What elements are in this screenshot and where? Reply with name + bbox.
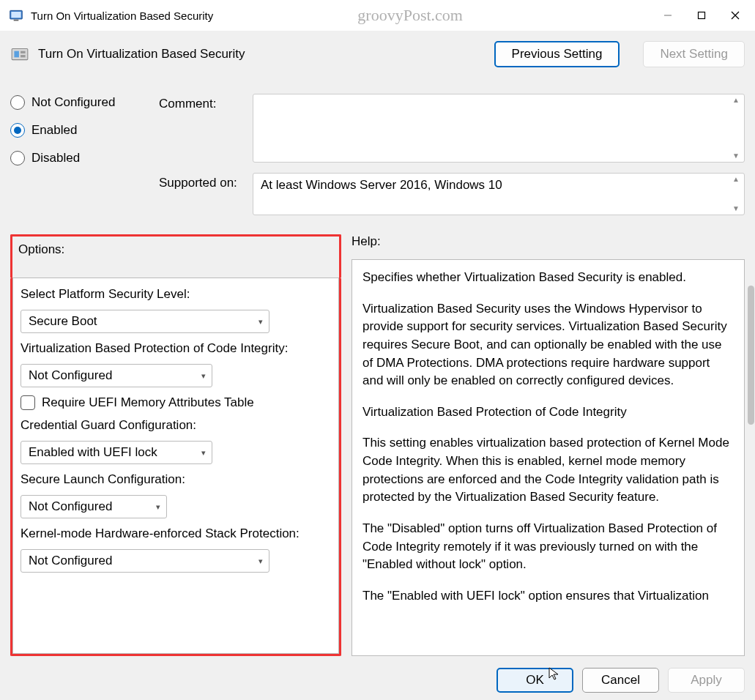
radio-enabled[interactable]: Enabled	[10, 123, 146, 138]
panels: Options: Select Platform Security Level:…	[10, 234, 745, 656]
stack-protection-label: Kernel-mode Hardware-enforced Stack Prot…	[21, 526, 331, 541]
maximize-button[interactable]	[685, 3, 718, 28]
svg-rect-8	[14, 51, 19, 58]
apply-button: Apply	[668, 668, 745, 693]
dialog-body: Turn On Virtualization Based Security Pr…	[0, 31, 755, 700]
radio-disabled[interactable]: Disabled	[10, 151, 146, 165]
radio-label: Not Configured	[31, 95, 115, 110]
code-integrity-label: Virtualization Based Protection of Code …	[21, 341, 331, 356]
window-controls	[651, 3, 752, 28]
comment-textarea[interactable]: ▲▼	[253, 94, 745, 163]
radio-label: Disabled	[31, 151, 80, 165]
config-row: Not Configured Enabled Disabled Comment:…	[10, 94, 745, 215]
chevron-down-icon: ▾	[259, 317, 263, 327]
uefi-table-checkbox[interactable]	[21, 395, 35, 410]
secure-launch-select[interactable]: Not Configured ▾	[21, 495, 167, 518]
credential-guard-select[interactable]: Enabled with UEFI lock ▾	[21, 441, 212, 464]
uefi-table-label: Require UEFI Memory Attributes Table	[42, 395, 254, 410]
svg-rect-2	[14, 20, 19, 21]
watermark: groovyPost.com	[169, 6, 651, 25]
options-panel: Options: Select Platform Security Level:…	[10, 234, 341, 656]
svg-rect-4	[699, 12, 705, 19]
radio-not-configured[interactable]: Not Configured	[10, 95, 146, 110]
gpedit-icon	[9, 8, 23, 23]
help-label: Help:	[352, 234, 745, 249]
next-setting-button: Next Setting	[643, 41, 745, 67]
chevron-down-icon: ▾	[156, 502, 160, 512]
svg-rect-10	[21, 55, 26, 57]
chevron-down-icon: ▾	[201, 371, 206, 381]
secure-launch-label: Secure Launch Configuration:	[21, 472, 331, 487]
comment-label: Comment:	[159, 94, 247, 163]
chevron-down-icon: ▾	[201, 448, 206, 458]
svg-rect-1	[11, 12, 21, 18]
platform-security-label: Select Platform Security Level:	[21, 287, 331, 302]
titlebar: Turn On Virtualization Based Security gr…	[0, 0, 755, 31]
policy-icon	[10, 45, 29, 64]
help-text: Specifies whether Virtualization Based S…	[352, 259, 745, 656]
scroll-control[interactable]: ▲▼	[729, 96, 743, 160]
state-radio-group: Not Configured Enabled Disabled	[10, 94, 146, 215]
ok-button[interactable]: OK	[496, 668, 573, 693]
radio-label: Enabled	[31, 123, 77, 138]
supported-text: At least Windows Server 2016, Windows 10…	[253, 173, 745, 215]
supported-label: Supported on:	[159, 173, 247, 215]
stack-protection-select[interactable]: Not Configured ▾	[21, 549, 269, 573]
svg-rect-7	[12, 48, 28, 59]
footer: OK Cancel Apply	[10, 656, 745, 693]
policy-title: Turn On Virtualization Based Security	[38, 47, 245, 62]
scroll-control[interactable]: ▲▼	[729, 175, 743, 213]
options-box: Select Platform Security Level: Secure B…	[12, 278, 339, 654]
dialog-window: Turn On Virtualization Based Security gr…	[0, 0, 755, 700]
options-label: Options:	[18, 242, 333, 257]
help-panel: Help: Specifies whether Virtualization B…	[352, 234, 745, 656]
minimize-button[interactable]	[651, 3, 685, 28]
previous-setting-button[interactable]: Previous Setting	[494, 41, 620, 67]
cancel-button[interactable]: Cancel	[582, 668, 659, 693]
help-scrollbar[interactable]	[748, 286, 754, 425]
policy-header: Turn On Virtualization Based Security Pr…	[10, 41, 745, 67]
credential-guard-label: Credential Guard Configuration:	[21, 418, 331, 433]
svg-rect-9	[21, 51, 26, 53]
code-integrity-select[interactable]: Not Configured ▾	[21, 364, 212, 387]
chevron-down-icon: ▾	[259, 556, 263, 566]
platform-security-select[interactable]: Secure Boot ▾	[21, 310, 269, 333]
close-button[interactable]	[718, 3, 752, 28]
